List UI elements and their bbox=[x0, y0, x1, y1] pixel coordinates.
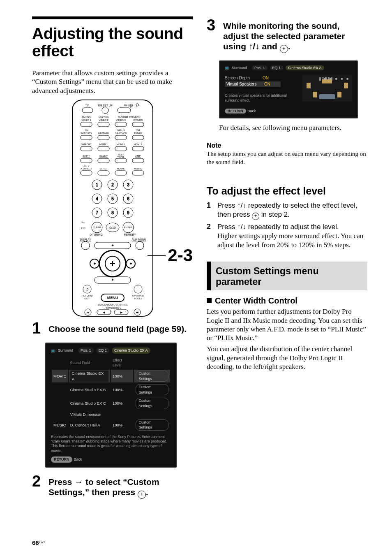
svg-text:D.TUNING: D.TUNING bbox=[90, 233, 102, 236]
left-column: Adjusting the sound effect Parameter tha… bbox=[32, 16, 193, 544]
section-rule bbox=[32, 16, 193, 19]
svg-text:TONE: TONE bbox=[117, 156, 124, 158]
svg-text:SYSTEM STANDBY: SYSTEM STANDBY bbox=[118, 116, 140, 118]
svg-text:SA-CD/CD: SA-CD/CD bbox=[115, 132, 127, 134]
table-row: Cinema Studio EX B100%Custom Settings bbox=[52, 383, 170, 396]
menu-description: Recreates the sound environment of the S… bbox=[51, 435, 171, 453]
effect-level-title: To adjust the effect level bbox=[207, 185, 367, 197]
svg-text:✦: ✦ bbox=[111, 243, 114, 248]
svg-text:AMP MENU: AMP MENU bbox=[131, 238, 146, 241]
svg-text:TOOLS: TOOLS bbox=[134, 297, 142, 300]
svg-text:HDMI 2: HDMI 2 bbox=[116, 143, 125, 146]
callout-line bbox=[148, 255, 166, 256]
svg-text:2CH/: 2CH/ bbox=[83, 164, 89, 167]
svg-text:7: 7 bbox=[96, 211, 98, 215]
param-list: Screen DepthON Virtual SpeakersON Create… bbox=[225, 74, 297, 114]
room-diagram: ▮▯▮▮▮ ● ● ● ● ● bbox=[302, 74, 352, 102]
svg-text:✦: ✦ bbox=[92, 261, 96, 266]
svg-text:6: 6 bbox=[127, 197, 129, 201]
svg-text:VIDEO 3: VIDEO 3 bbox=[116, 119, 126, 121]
step-3: 3 While monitoring the sound, adjust the… bbox=[207, 18, 367, 53]
svg-text:A.F.D.: A.F.D. bbox=[100, 167, 107, 170]
effect-level-steps: 1 Press ↑/↓ repeatedly to select the eff… bbox=[207, 201, 367, 250]
svg-text:MD/TAPE: MD/TAPE bbox=[98, 132, 108, 134]
svg-text:8: 8 bbox=[111, 211, 114, 215]
sub-item-body-2: You can adjust the distribution of the c… bbox=[207, 345, 367, 371]
intro-paragraph: Parameter that allows custom settings pr… bbox=[32, 69, 193, 95]
svg-text:>10: >10 bbox=[81, 227, 85, 229]
svg-text:·▶: ·▶ bbox=[120, 311, 123, 314]
table-row: MUSICD. Concert Hall A100%Custom Setting… bbox=[52, 419, 170, 431]
step-1-text: Choose the sound field (page 59). bbox=[48, 324, 187, 334]
param-menu-screenshot: 📺 Surround Pos. 1 EQ 1 Cinema Studio EX … bbox=[219, 60, 358, 118]
svg-text:SLEEP: SLEEP bbox=[99, 155, 107, 157]
step-2: 2 Press → to select “Custom Settings,” t… bbox=[32, 474, 193, 499]
svg-text:TUNER: TUNER bbox=[134, 132, 142, 134]
figure-callout: 2-3 bbox=[168, 246, 193, 265]
svg-text:2: 2 bbox=[111, 183, 114, 187]
svg-text:MUSIC: MUSIC bbox=[134, 167, 142, 170]
svg-text:SIRIUS: SIRIUS bbox=[116, 129, 125, 132]
step-1: 1 Choose the sound field (page 59). bbox=[32, 321, 193, 335]
svg-text:AMP: AMP bbox=[135, 155, 141, 157]
list-item: 2 Press ↑/↓ repeatedly to adjust the lev… bbox=[207, 222, 367, 250]
menu-breadcrumb: 📺 Surround Pos. 1 EQ 1 Cinema Studio EX … bbox=[51, 348, 171, 354]
note-heading: Note bbox=[207, 142, 367, 149]
svg-text:CLEAR: CLEAR bbox=[92, 226, 101, 229]
svg-text:SCREEN/DSPL CONTROL: SCREEN/DSPL CONTROL bbox=[97, 303, 128, 306]
svg-text:XM: XM bbox=[136, 129, 140, 132]
svg-text:A.DIRECT: A.DIRECT bbox=[80, 167, 92, 170]
svg-text:MEMORY: MEMORY bbox=[124, 233, 136, 236]
svg-text:-/--: -/-- bbox=[81, 221, 84, 224]
list-item: 1 Press ↑/↓ repeatedly to select the eff… bbox=[207, 201, 367, 220]
sub-item-title: Center Width Control bbox=[207, 296, 367, 306]
custom-settings-header: Custom Settings menu parameter bbox=[207, 262, 367, 291]
svg-text:DMPORT: DMPORT bbox=[81, 143, 92, 146]
svg-text:TV: TV bbox=[85, 129, 88, 132]
svg-text:MENU: MENU bbox=[107, 296, 118, 300]
svg-text:✦: ✦ bbox=[129, 261, 132, 266]
svg-text:3: 3 bbox=[127, 183, 129, 187]
svg-text:HDMI 3: HDMI 3 bbox=[134, 143, 142, 146]
after-param-text: For details, see following menu paramete… bbox=[219, 123, 367, 132]
svg-text:TV: TV bbox=[85, 104, 89, 107]
svg-text:◀·: ◀· bbox=[102, 311, 105, 314]
svg-text:VIDEO 2: VIDEO 2 bbox=[99, 119, 108, 121]
step-3-text: While monitoring the sound, adjust the s… bbox=[223, 21, 367, 53]
step-number: 2 bbox=[32, 474, 43, 499]
remote-illustration: TV RM SET UP AV Ⅰ / Ø |/ PHONO MULTI IN bbox=[71, 99, 154, 317]
svg-text:0/10: 0/10 bbox=[109, 226, 116, 229]
svg-text:VIDEO 1: VIDEO 1 bbox=[81, 119, 91, 121]
table-row: V.Multi Dimension bbox=[52, 411, 170, 418]
note-body: The setup items you can adjust on each m… bbox=[207, 150, 367, 166]
svg-text:HDMI 1: HDMI 1 bbox=[99, 143, 108, 146]
menu-breadcrumb: 📺 Surround Pos. 1 EQ 1 Cinema Studio EX … bbox=[225, 65, 352, 70]
enter-icon: + bbox=[252, 213, 259, 220]
table-row: Cinema Studio EX C100%Custom Settings bbox=[52, 397, 170, 410]
page: Adjusting the sound effect Parameter tha… bbox=[0, 0, 392, 556]
svg-text:DVD/BD: DVD/BD bbox=[133, 119, 143, 121]
svg-text:9: 9 bbox=[127, 211, 129, 215]
svg-text:⏭: ⏭ bbox=[136, 311, 138, 314]
svg-text:RM SET UP: RM SET UP bbox=[98, 104, 112, 107]
main-title: Adjusting the sound effect bbox=[32, 25, 193, 60]
svg-text:⏮: ⏮ bbox=[86, 311, 89, 314]
svg-text:4: 4 bbox=[96, 197, 98, 201]
enter-icon: + bbox=[138, 491, 146, 499]
right-column: 3 While monitoring the sound, adjust the… bbox=[207, 16, 367, 544]
svg-text:–  CATEGORY  +: – CATEGORY + bbox=[104, 307, 122, 309]
svg-text:OPTIONS/: OPTIONS/ bbox=[132, 294, 144, 297]
svg-text:↺: ↺ bbox=[85, 287, 89, 292]
svg-text:DISPLAY: DISPLAY bbox=[80, 238, 91, 241]
step-2-text: Press → to select “Custom Settings,” the… bbox=[48, 477, 193, 499]
svg-text:SHIFT: SHIFT bbox=[83, 155, 90, 157]
remote-figure: TV RM SET UP AV Ⅰ / Ø |/ PHONO MULTI IN bbox=[32, 99, 193, 317]
step-number: 3 bbox=[207, 18, 217, 53]
svg-text:PHONO: PHONO bbox=[81, 116, 90, 118]
svg-text:ENTER: ENTER bbox=[124, 226, 132, 229]
square-bullet-icon bbox=[207, 298, 212, 303]
menu-return: RETURNBack bbox=[51, 456, 171, 463]
page-number: 66GB bbox=[32, 539, 45, 546]
svg-text:MOVIE: MOVIE bbox=[117, 167, 125, 170]
step-number: 1 bbox=[32, 321, 43, 335]
